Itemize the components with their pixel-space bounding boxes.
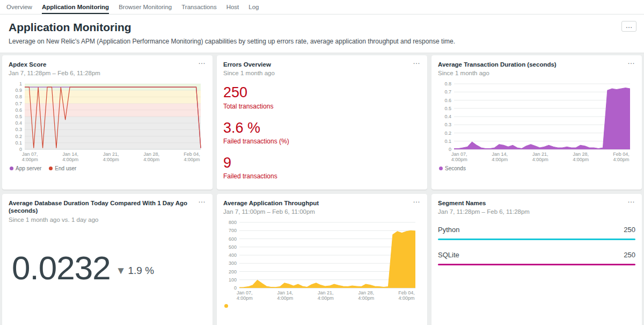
card-title: Average Database Duration Today Compared… — [9, 199, 206, 215]
svg-text:Jan 07,4:00pm: Jan 07,4:00pm — [451, 151, 467, 162]
card-menu-button[interactable]: … — [413, 196, 421, 204]
svg-text:1: 1 — [19, 81, 22, 86]
tab-host[interactable]: Host — [226, 0, 239, 14]
metric-value: 250 — [223, 85, 421, 100]
tab-overview[interactable]: Overview — [6, 0, 32, 14]
svg-text:0.7: 0.7 — [444, 90, 451, 95]
svg-text:0.1: 0.1 — [15, 140, 22, 146]
svg-text:0.3: 0.3 — [15, 127, 22, 133]
card-menu-button[interactable]: … — [198, 196, 206, 204]
metric-value: 3.6 % — [223, 120, 421, 135]
svg-text:0.8: 0.8 — [444, 81, 451, 86]
segment-head: SQLite250 — [438, 251, 635, 259]
svg-text:Jan 14,4:00pm: Jan 14,4:00pm — [492, 151, 508, 162]
segment-value: 250 — [624, 251, 635, 259]
legend-item[interactable]: Seconds — [439, 165, 466, 171]
svg-text:0.6: 0.6 — [444, 98, 451, 103]
segment-head: Python250 — [438, 226, 635, 234]
svg-text:Feb 04,4:00pm: Feb 04,4:00pm — [184, 151, 200, 162]
svg-text:Jan 07,4:00pm: Jan 07,4:00pm — [22, 151, 38, 162]
legend-item[interactable]: End user — [49, 165, 76, 171]
tab-transactions[interactable]: Transactions — [181, 0, 216, 14]
legend-dot-icon — [439, 167, 443, 170]
segment-name: SQLite — [438, 251, 459, 259]
card-time-range: Since 1 month ago — [223, 70, 421, 76]
legend-item[interactable] — [224, 304, 230, 308]
svg-text:0.5: 0.5 — [15, 114, 22, 119]
svg-text:800: 800 — [229, 220, 237, 225]
card-segment-names: Segment Names Jan 7, 11:28pm – Feb 6, 11… — [431, 194, 642, 325]
apdex-line-chart[interactable]: 00.10.20.30.40.50.60.70.80.91Jan 07,4:00… — [9, 81, 206, 164]
card-title: Average Application Throughput — [223, 199, 421, 207]
svg-text:200: 200 — [229, 269, 237, 275]
svg-text:0.7: 0.7 — [15, 101, 22, 106]
card-time-range: Jan 7, 11:28pm – Feb 6, 11:28pm — [9, 70, 206, 76]
card-time-range: Jan 7, 11:00pm – Feb 6, 11:00pm — [223, 208, 421, 215]
segment-row[interactable]: Python250 — [438, 226, 635, 240]
errors-metrics: 250 Total transactions 3.6 % Failed tran… — [223, 85, 421, 180]
svg-text:Feb 04,4:00pm: Feb 04,4:00pm — [398, 290, 415, 301]
billboard-value: 0.0232 — [12, 249, 111, 287]
legend-item[interactable]: App server — [10, 165, 41, 171]
svg-text:Jan 28,4:00pm: Jan 28,4:00pm — [143, 151, 159, 162]
metric-total-transactions: 250 Total transactions — [223, 85, 421, 110]
throughput-area-chart[interactable]: 0100200300400500600700800Jan 07,4:00pmJa… — [223, 219, 421, 303]
card-time-range: Since 1 month ago vs. 1 day ago — [9, 216, 206, 223]
card-menu-button[interactable]: … — [198, 57, 206, 66]
metric-label: Failed transactions — [223, 172, 421, 180]
svg-text:300: 300 — [229, 261, 237, 266]
tab-browser-monitoring[interactable]: Browser Monitoring — [119, 0, 172, 14]
segment-value: 250 — [624, 226, 635, 234]
billboard: 0.0232 ▼ 1.9 % — [9, 249, 206, 287]
svg-text:100: 100 — [229, 277, 237, 283]
card-avg-database-duration: Average Database Duration Today Compared… — [2, 194, 213, 325]
segment-row[interactable]: SQLite250 — [438, 251, 635, 265]
chart-legend: Seconds — [438, 165, 635, 171]
page-menu-button[interactable]: … — [621, 21, 636, 32]
card-menu-button[interactable]: … — [627, 57, 635, 66]
card-errors-overview: Errors Overview Since 1 month ago … 250 … — [217, 55, 427, 190]
svg-text:0.8: 0.8 — [15, 95, 22, 100]
legend-dot-icon — [224, 304, 228, 308]
svg-text:0.4: 0.4 — [15, 121, 22, 126]
page-header: Application Monitoring Leverage on New R… — [0, 15, 644, 53]
card-avg-application-throughput: Average Application Throughput Jan 7, 11… — [217, 194, 427, 325]
tab-log[interactable]: Log — [248, 0, 259, 14]
svg-text:700: 700 — [229, 228, 237, 234]
top-nav: Overview Application Monitoring Browser … — [0, 0, 644, 15]
transaction-duration-area-chart[interactable]: 00.10.20.30.40.50.60.70.8Jan 07,4:00pmJa… — [438, 81, 635, 164]
svg-text:500: 500 — [229, 244, 237, 250]
svg-text:Jan 21,4:00pm: Jan 21,4:00pm — [103, 151, 119, 162]
metric-label: Failed transactions (%) — [223, 138, 421, 145]
svg-text:Jan 28,4:00pm: Jan 28,4:00pm — [358, 290, 374, 301]
svg-text:0.9: 0.9 — [15, 88, 22, 93]
card-menu-button[interactable]: … — [413, 57, 421, 66]
metric-label: Total transactions — [223, 103, 421, 110]
card-apdex-score: Apdex Score Jan 7, 11:28pm – Feb 6, 11:2… — [2, 55, 213, 190]
card-title: Average Transaction Duration (seconds) — [438, 61, 635, 68]
card-title: Segment Names — [438, 199, 635, 207]
dashboard-grid: Apdex Score Jan 7, 11:28pm – Feb 6, 11:2… — [0, 53, 644, 325]
svg-text:0.5: 0.5 — [444, 106, 451, 111]
svg-text:Jan 07,4:00pm: Jan 07,4:00pm — [237, 290, 253, 301]
card-menu-button[interactable]: … — [627, 196, 635, 204]
billboard-delta: 1.9 % — [128, 265, 154, 277]
card-title: Errors Overview — [223, 61, 421, 68]
tab-application-monitoring[interactable]: Application Monitoring — [42, 0, 109, 14]
svg-text:Jan 14,4:00pm: Jan 14,4:00pm — [62, 151, 78, 162]
segment-name: Python — [438, 226, 459, 234]
svg-text:Jan 28,4:00pm: Jan 28,4:00pm — [573, 151, 589, 162]
metric-value: 9 — [223, 155, 421, 170]
svg-text:400: 400 — [229, 252, 237, 258]
svg-text:0.6: 0.6 — [15, 107, 22, 113]
page-title: Application Monitoring — [9, 21, 635, 34]
card-time-range: Jan 7, 11:28pm – Feb 6, 11:28pm — [438, 208, 635, 215]
chart-legend — [223, 304, 421, 308]
card-title: Apdex Score — [9, 61, 206, 68]
legend-label: End user — [55, 165, 76, 171]
svg-text:Feb 04,4:00pm: Feb 04,4:00pm — [613, 151, 630, 162]
segment-bar — [438, 239, 635, 240]
legend-label: Seconds — [445, 165, 466, 171]
svg-text:0.1: 0.1 — [444, 139, 451, 144]
page-description: Leverage on New Relic's APM (Application… — [9, 38, 635, 45]
